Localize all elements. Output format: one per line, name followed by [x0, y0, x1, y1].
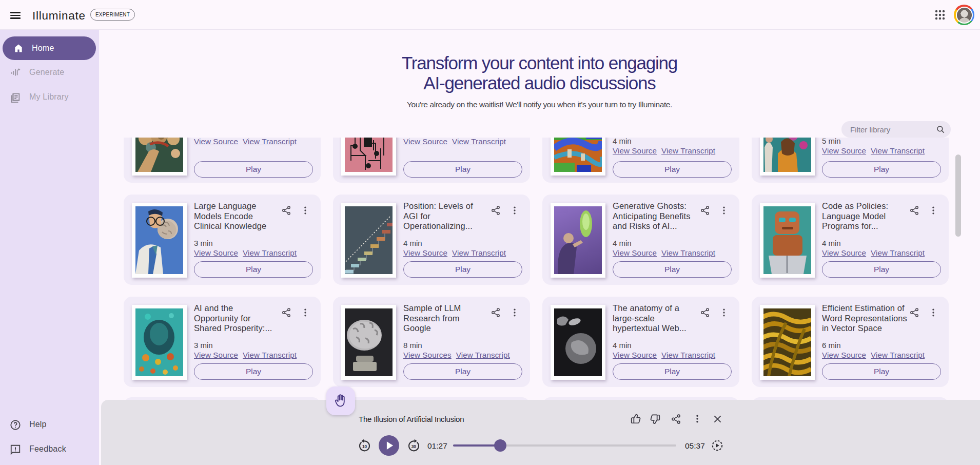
- svg-text:30: 30: [411, 444, 417, 449]
- svg-text:10: 10: [362, 444, 367, 449]
